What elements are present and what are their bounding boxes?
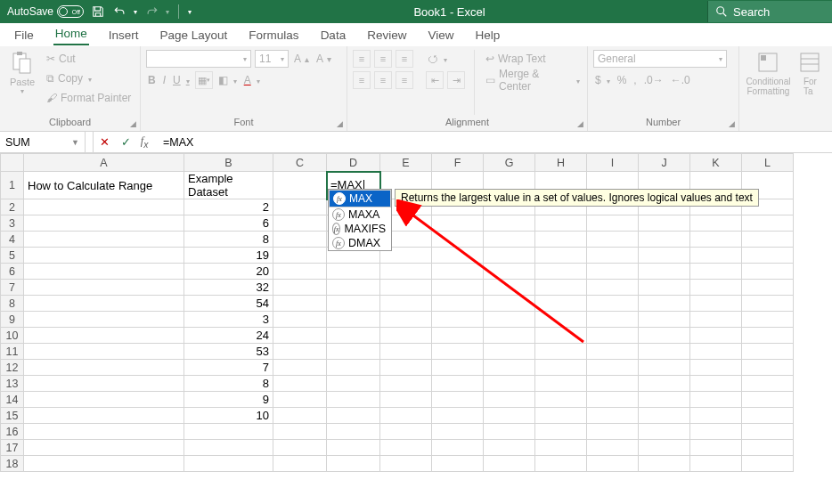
- cell-L3[interactable]: [742, 215, 794, 232]
- cell-D8[interactable]: [327, 296, 380, 312]
- cell-K17[interactable]: [690, 440, 742, 456]
- tab-review[interactable]: Review: [365, 25, 408, 45]
- cell-A16[interactable]: [24, 424, 184, 440]
- cell-B4[interactable]: 8: [184, 232, 273, 248]
- cell-A8[interactable]: [24, 296, 184, 312]
- tab-help[interactable]: Help: [473, 25, 502, 45]
- cell-C5[interactable]: [273, 248, 327, 264]
- cell-G18[interactable]: [484, 456, 535, 472]
- decrease-indent-icon[interactable]: ⇤: [426, 71, 444, 89]
- row-header[interactable]: 2: [1, 199, 24, 215]
- cell-B10[interactable]: 24: [184, 328, 273, 344]
- cell-A1[interactable]: How to Calculate Range: [24, 172, 184, 199]
- cell-I4[interactable]: [587, 232, 639, 248]
- row-header[interactable]: 11: [1, 344, 24, 360]
- cell-D10[interactable]: [327, 328, 380, 344]
- undo-dropdown-icon[interactable]: ▾: [134, 8, 137, 16]
- cell-C18[interactable]: [273, 456, 327, 472]
- cell-H5[interactable]: [535, 248, 587, 264]
- cell-C10[interactable]: [273, 328, 327, 344]
- row-header[interactable]: 13: [1, 376, 24, 392]
- cell-A14[interactable]: [24, 392, 184, 408]
- search-input[interactable]: [733, 5, 813, 19]
- cell-B16[interactable]: [184, 424, 273, 440]
- cell-G5[interactable]: [484, 248, 535, 264]
- cell-L11[interactable]: [742, 344, 794, 360]
- cell-G3[interactable]: [484, 215, 535, 232]
- cancel-formula-icon[interactable]: ✕: [94, 132, 115, 152]
- cell-I15[interactable]: [587, 408, 639, 424]
- cell-E18[interactable]: [380, 456, 432, 472]
- row-header[interactable]: 8: [1, 296, 24, 312]
- cell-L10[interactable]: [742, 328, 794, 344]
- cell-J14[interactable]: [639, 392, 690, 408]
- cell-B11[interactable]: 53: [184, 344, 273, 360]
- borders-button[interactable]: ▦▾: [195, 71, 213, 89]
- formula-autocomplete[interactable]: fxMAX fxMAXA fxMAXIFS fxDMAX: [328, 189, 392, 251]
- row-header[interactable]: 6: [1, 264, 24, 280]
- autocomplete-item-dmax[interactable]: fxDMAX: [329, 236, 391, 250]
- cut-button[interactable]: ✂Cut: [45, 50, 133, 68]
- cell-J13[interactable]: [639, 376, 690, 392]
- undo-icon[interactable]: [112, 4, 126, 19]
- col-header-D[interactable]: D: [327, 154, 380, 172]
- worksheet-grid[interactable]: A B C D E F G H I J K L 1How to Calculat…: [0, 153, 832, 472]
- col-header-C[interactable]: C: [273, 154, 327, 172]
- cell-C17[interactable]: [273, 440, 327, 456]
- cell-H15[interactable]: [535, 408, 587, 424]
- cell-K9[interactable]: [690, 312, 742, 328]
- cell-H4[interactable]: [535, 232, 587, 248]
- cell-G15[interactable]: [484, 408, 535, 424]
- row-header[interactable]: 5: [1, 248, 24, 264]
- merge-center-button[interactable]: ▭Merge & Center: [484, 71, 582, 89]
- cell-C1[interactable]: [273, 172, 327, 199]
- cell-L18[interactable]: [742, 456, 794, 472]
- format-painter-button[interactable]: 🖌Format Painter: [45, 89, 133, 107]
- cell-G11[interactable]: [484, 344, 535, 360]
- cell-G8[interactable]: [484, 296, 535, 312]
- cell-K12[interactable]: [690, 360, 742, 376]
- row-header[interactable]: 16: [1, 424, 24, 440]
- underline-button[interactable]: U: [171, 71, 192, 89]
- cell-H10[interactable]: [535, 328, 587, 344]
- cell-I16[interactable]: [587, 424, 639, 440]
- tab-insert[interactable]: Insert: [107, 25, 141, 45]
- cell-E7[interactable]: [380, 280, 432, 296]
- tab-formulas[interactable]: Formulas: [247, 25, 300, 45]
- cell-F4[interactable]: [432, 232, 484, 248]
- cell-I18[interactable]: [587, 456, 639, 472]
- cell-H17[interactable]: [535, 440, 587, 456]
- cell-I13[interactable]: [587, 376, 639, 392]
- cell-B18[interactable]: [184, 456, 273, 472]
- autosave-toggle[interactable]: AutoSave Off: [7, 5, 84, 18]
- col-header-K[interactable]: K: [690, 154, 742, 172]
- cell-L5[interactable]: [742, 248, 794, 264]
- cell-L16[interactable]: [742, 424, 794, 440]
- cell-E16[interactable]: [380, 424, 432, 440]
- col-header-F[interactable]: F: [432, 154, 484, 172]
- cell-D13[interactable]: [327, 376, 380, 392]
- cell-F15[interactable]: [432, 408, 484, 424]
- cell-E9[interactable]: [380, 312, 432, 328]
- increase-decimal-icon[interactable]: .0→: [642, 71, 665, 89]
- cell-J16[interactable]: [639, 424, 690, 440]
- cell-C6[interactable]: [273, 264, 327, 280]
- cell-H6[interactable]: [535, 264, 587, 280]
- paste-button[interactable]: Paste ▾: [5, 50, 39, 115]
- cell-C3[interactable]: [273, 215, 327, 232]
- cell-D18[interactable]: [327, 456, 380, 472]
- save-icon[interactable]: [91, 4, 105, 19]
- cell-L14[interactable]: [742, 392, 794, 408]
- cell-B6[interactable]: 20: [184, 264, 273, 280]
- alignment-launcher-icon[interactable]: ◢: [577, 119, 583, 128]
- cell-B1[interactable]: Example Dataset: [184, 172, 273, 199]
- cell-F7[interactable]: [432, 280, 484, 296]
- cell-B7[interactable]: 32: [184, 280, 273, 296]
- cell-K16[interactable]: [690, 424, 742, 440]
- cell-J6[interactable]: [639, 264, 690, 280]
- cell-A4[interactable]: [24, 232, 184, 248]
- cell-L7[interactable]: [742, 280, 794, 296]
- row-header[interactable]: 12: [1, 360, 24, 376]
- cell-F13[interactable]: [432, 376, 484, 392]
- col-header-L[interactable]: L: [742, 154, 794, 172]
